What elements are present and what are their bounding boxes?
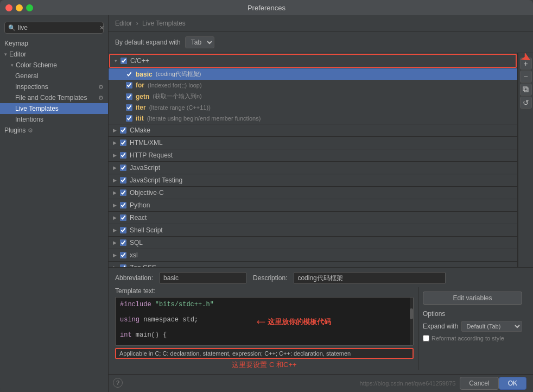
bottom-detail-panel: Abbreviation: Description: Template text… — [109, 267, 533, 374]
group-header-zen-css[interactable]: ▶ Zen CSS — [109, 262, 517, 267]
chevron-right-icon: ▶ — [113, 227, 117, 233]
item-checkbox-basic[interactable] — [126, 71, 132, 78]
sidebar-item-editor[interactable]: ▾ Editor — [0, 49, 108, 60]
sidebar-item-intentions[interactable]: Intentions — [0, 114, 108, 125]
chevron-right-icon: ▶ — [113, 240, 117, 245]
template-group-sql: ▶ SQL — [109, 237, 517, 249]
options-panel: Edit variables Options Expand with Defau… — [418, 287, 526, 370]
group-header-sql[interactable]: ▶ SQL — [109, 237, 517, 249]
group-checkbox-objc[interactable] — [120, 189, 126, 196]
chevron-right-icon: ▶ — [113, 252, 117, 258]
search-box[interactable]: 🔍 ✕ — [4, 22, 104, 34]
description-input[interactable] — [294, 272, 446, 284]
sidebar-item-plugins[interactable]: Plugins ⚙ — [0, 125, 108, 136]
item-checkbox-for[interactable] — [126, 82, 132, 88]
group-checkbox-react[interactable] — [120, 214, 126, 221]
template-group-js-testing: ▶ JavaScript Testing — [109, 174, 517, 187]
group-header-shell[interactable]: ▶ Shell Script — [109, 224, 517, 236]
edit-variables-button[interactable]: Edit variables — [423, 292, 522, 305]
item-desc-getn: (获取一个输入到n) — [153, 92, 201, 100]
minimize-button[interactable] — [16, 4, 23, 11]
template-item-for[interactable]: for (Indexed for(;;) loop) — [109, 80, 517, 91]
group-header-objc[interactable]: ▶ Objective-C — [109, 187, 517, 199]
group-label-sql: SQL — [130, 239, 143, 246]
panel-top: ▾ C/C++ basic (coding代码框架) for (I — [109, 53, 533, 267]
group-checkbox-cmake[interactable] — [120, 127, 126, 134]
group-checkbox-http-request[interactable] — [120, 152, 126, 159]
search-clear-icon[interactable]: ✕ — [99, 24, 104, 31]
item-checkbox-getn[interactable] — [126, 93, 132, 100]
group-checkbox-python[interactable] — [120, 202, 126, 208]
copy-button[interactable] — [520, 84, 532, 96]
template-item-basic[interactable]: basic (coding代码框架) — [109, 68, 517, 80]
sidebar-item-label: Intentions — [15, 116, 43, 123]
template-item-itit[interactable]: itit (Iterate using begin/end member fun… — [109, 113, 517, 124]
code-int-keyword: int — [120, 331, 132, 339]
search-icon: 🔍 — [8, 24, 16, 31]
sidebar-item-keymap[interactable]: Keymap — [0, 38, 108, 49]
maximize-button[interactable] — [26, 4, 33, 11]
group-header-react[interactable]: ▶ React — [109, 212, 517, 224]
main-panel: Editor › Live Templates By default expan… — [109, 15, 533, 392]
item-checkbox-iter[interactable] — [126, 104, 132, 111]
group-header-javascript[interactable]: ▶ JavaScript — [109, 162, 517, 174]
item-abbr-for: for — [136, 81, 144, 89]
window-title: Preferences — [248, 4, 285, 12]
applicable-annotation-text: 这里要设置 C 和C++ — [115, 360, 414, 370]
group-header-xsl[interactable]: ▶ xsl — [109, 249, 517, 261]
cancel-button[interactable]: Cancel — [460, 377, 498, 390]
group-checkbox-js-testing[interactable] — [120, 177, 126, 184]
applicable-section: Applicable in C; C: declaration, stateme… — [115, 348, 414, 370]
item-desc-iter: (Iterate range (C++11)) — [149, 104, 211, 111]
remove-button[interactable]: − — [520, 71, 532, 83]
code-scrollbar[interactable] — [410, 298, 413, 345]
template-item-iter[interactable]: iter (Iterate range (C++11)) — [109, 102, 517, 113]
item-abbr-itit: itit — [136, 115, 144, 122]
group-header-cmake[interactable]: ▶ CMake — [109, 124, 517, 136]
group-header-js-testing[interactable]: ▶ JavaScript Testing — [109, 174, 517, 186]
group-header-http-request[interactable]: ▶ HTTP Request — [109, 149, 517, 161]
close-button[interactable] — [5, 4, 12, 11]
sidebar-item-label: Keymap — [4, 40, 28, 47]
expand-option-select[interactable]: Tab — [185, 36, 214, 48]
code-scrollbar-thumb[interactable] — [410, 308, 413, 319]
expand-with-select[interactable]: Default (Tab) — [461, 321, 522, 332]
reformat-checkbox[interactable] — [423, 335, 429, 342]
revert-button[interactable]: ↺ — [520, 97, 532, 109]
sidebar-item-label: Inspections — [15, 83, 48, 91]
group-header-python[interactable]: ▶ Python — [109, 199, 517, 211]
group-checkbox-cpp[interactable] — [120, 58, 127, 64]
group-checkbox-sql[interactable] — [120, 239, 126, 246]
group-header-cpp[interactable]: ▾ C/C++ — [109, 54, 517, 68]
template-item-getn[interactable]: getn (获取一个输入到n) — [109, 91, 517, 102]
applicable-in-box[interactable]: Applicable in C; C: declaration, stateme… — [115, 348, 414, 359]
chevron-right-icon: ▶ — [113, 153, 117, 158]
group-checkbox-shell[interactable] — [120, 227, 126, 233]
group-header-html-xml[interactable]: ▶ HTML/XML — [109, 137, 517, 149]
help-button[interactable]: ? — [113, 378, 123, 388]
item-checkbox-itit[interactable] — [126, 115, 132, 122]
sidebar-item-file-code-templates[interactable]: File and Code Templates ⚙ — [0, 92, 108, 103]
sidebar-item-color-scheme[interactable]: ▾ Color Scheme — [0, 60, 108, 71]
template-group-html-xml: ▶ HTML/XML — [109, 137, 517, 149]
template-group-objc: ▶ Objective-C — [109, 187, 517, 199]
sidebar-item-general[interactable]: General — [0, 71, 108, 81]
code-include-keyword: #include — [120, 301, 151, 308]
description-label: Description: — [253, 274, 287, 282]
abbreviation-input[interactable] — [160, 272, 246, 284]
group-checkbox-xsl[interactable] — [120, 252, 126, 258]
breadcrumb-separator: › — [136, 20, 140, 27]
item-abbr-iter: iter — [136, 104, 146, 111]
template-text-section: Template text: #include "bits/stdc++.h" … — [115, 287, 526, 370]
template-code-editor[interactable]: #include "bits/stdc++.h" using namespace… — [115, 297, 414, 346]
expand-with-label: Expand with — [423, 323, 458, 330]
svg-rect-0 — [524, 88, 528, 92]
group-label-javascript: JavaScript — [130, 164, 160, 172]
sidebar-item-live-templates[interactable]: Live Templates — [0, 103, 108, 114]
group-checkbox-javascript[interactable] — [120, 165, 126, 171]
group-checkbox-html-xml[interactable] — [120, 140, 126, 146]
sidebar-item-inspections[interactable]: Inspections ⚙ — [0, 81, 108, 92]
ok-button[interactable]: OK — [499, 377, 526, 390]
sidebar-item-label: Editor — [9, 50, 26, 58]
search-input[interactable] — [18, 24, 99, 31]
